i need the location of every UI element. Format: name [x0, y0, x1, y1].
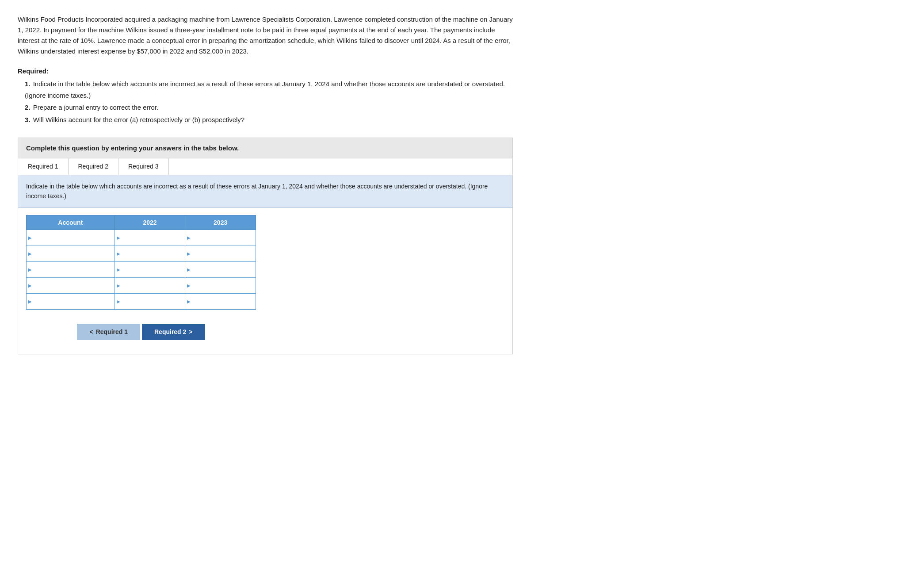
table-cell-1-1[interactable]: [115, 246, 185, 261]
input-cell-4-1[interactable]: [115, 294, 185, 309]
input-cell-1-2[interactable]: [185, 246, 256, 261]
required-list: 1. Indicate in the table below which acc…: [18, 78, 513, 125]
req-num-3: 3.: [25, 116, 31, 123]
input-cell-2-1[interactable]: [115, 262, 185, 277]
input-cell-1-1[interactable]: [115, 246, 185, 261]
table-row: [27, 261, 256, 277]
req-text-3: Will Wilkins account for the error (a) r…: [33, 116, 244, 123]
table-row: [27, 246, 256, 261]
required-header: Required:: [18, 67, 513, 75]
next-button[interactable]: Required 2 >: [142, 324, 205, 340]
req-text-2: Prepare a journal entry to correct the e…: [33, 104, 158, 111]
prev-label: Required 1: [96, 328, 128, 335]
table-cell-2-1[interactable]: [115, 261, 185, 277]
next-chevron: >: [189, 328, 192, 335]
input-cell-3-0[interactable]: [27, 278, 115, 293]
prev-button[interactable]: < Required 1: [77, 324, 140, 340]
col-header-account: Account: [27, 215, 115, 230]
navigation-row: < Required 1 Required 2 >: [26, 320, 256, 347]
input-cell-3-2[interactable]: [185, 278, 256, 293]
table-cell-3-1[interactable]: [115, 277, 185, 293]
required-item-1: 1. Indicate in the table below which acc…: [25, 78, 513, 101]
tabs-row: Required 1 Required 2 Required 3: [18, 158, 512, 175]
col-header-2022: 2022: [115, 215, 185, 230]
prev-chevron: <: [89, 328, 93, 335]
table-row: [27, 293, 256, 309]
req-num-1: 1.: [25, 80, 31, 88]
required-item-3: 3. Will Wilkins account for the error (a…: [25, 114, 513, 126]
table-cell-2-0[interactable]: [27, 261, 115, 277]
table-cell-1-2[interactable]: [185, 246, 256, 261]
table-cell-4-2[interactable]: [185, 293, 256, 309]
input-cell-0-0[interactable]: [27, 230, 115, 246]
input-cell-1-0[interactable]: [27, 246, 115, 261]
req-text-1: Indicate in the table below which accoun…: [25, 80, 505, 99]
table-cell-4-0[interactable]: [27, 293, 115, 309]
tab-required-3[interactable]: Required 3: [118, 158, 169, 175]
input-cell-4-2[interactable]: [185, 294, 256, 309]
table-section: Account 2022 2023 < Required 1 Required …: [18, 208, 512, 354]
table-row: [27, 230, 256, 246]
table-cell-0-1[interactable]: [115, 230, 185, 246]
tab-required-1[interactable]: Required 1: [18, 158, 69, 175]
table-cell-0-2[interactable]: [185, 230, 256, 246]
table-cell-3-2[interactable]: [185, 277, 256, 293]
table-cell-4-1[interactable]: [115, 293, 185, 309]
tab-required-2[interactable]: Required 2: [69, 158, 119, 175]
input-cell-0-1[interactable]: [115, 230, 185, 246]
input-cell-4-0[interactable]: [27, 294, 115, 309]
input-cell-0-2[interactable]: [185, 230, 256, 246]
problem-text: Wilkins Food Products Incorporated acqui…: [18, 14, 513, 57]
table-cell-3-0[interactable]: [27, 277, 115, 293]
req-num-2: 2.: [25, 104, 31, 111]
input-cell-2-0[interactable]: [27, 262, 115, 277]
tab-content: Indicate in the table below which accoun…: [18, 175, 512, 354]
next-label: Required 2: [154, 328, 186, 335]
input-cell-2-2[interactable]: [185, 262, 256, 277]
required-item-2: 2. Prepare a journal entry to correct th…: [25, 102, 513, 113]
input-cell-3-1[interactable]: [115, 278, 185, 293]
data-table: Account 2022 2023: [26, 215, 256, 310]
tab-description: Indicate in the table below which accoun…: [18, 175, 512, 208]
tabs-container: Required 1 Required 2 Required 3 Indicat…: [18, 158, 513, 354]
instruction-text: Complete this question by entering your …: [26, 144, 239, 152]
col-header-2023: 2023: [185, 215, 256, 230]
table-cell-2-2[interactable]: [185, 261, 256, 277]
table-cell-1-0[interactable]: [27, 246, 115, 261]
table-row: [27, 277, 256, 293]
table-cell-0-0[interactable]: [27, 230, 115, 246]
instruction-box: Complete this question by entering your …: [18, 138, 513, 158]
tab-description-text: Indicate in the table below which accoun…: [26, 183, 488, 200]
